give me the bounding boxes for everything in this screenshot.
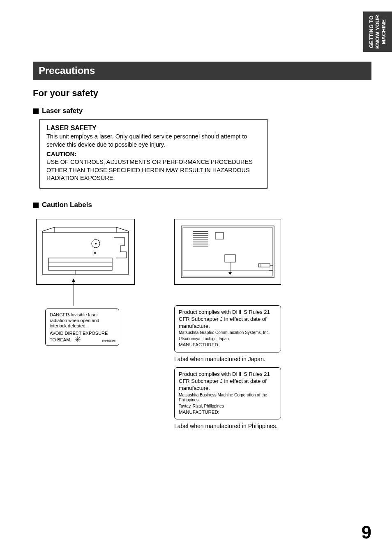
side-tab-line2: KNOW YOUR	[374, 15, 380, 48]
svg-rect-30	[258, 264, 270, 267]
side-tab: GETTING TO KNOW YOUR MACHINE	[363, 12, 392, 52]
svg-point-9	[94, 252, 96, 254]
safety-box-title: LASER SAFETY	[46, 124, 261, 132]
compliance-label-philippines: Product complies with DHHS Rules 21 CFR …	[174, 367, 281, 420]
svg-marker-29	[228, 272, 232, 275]
svg-rect-26	[215, 233, 224, 239]
section-title-bar: Precautions	[33, 62, 371, 80]
caution-labels-row: Caution Labels	[33, 198, 371, 213]
compliance-ph-mfr: Matsushita Business Machine Corporation …	[179, 393, 277, 403]
compliance-japan-text: Product complies with DHHS Rules 21 CFR …	[179, 309, 277, 330]
compliance-ph-text: Product complies with DHHS Rules 21 CFR …	[179, 371, 277, 392]
laser-safety-box: LASER SAFETY This unit employs a laser. …	[39, 119, 267, 189]
caution-title: CAUTION:	[46, 150, 261, 157]
svg-rect-0	[40, 223, 131, 281]
side-tab-line1: GETTING TO	[368, 15, 374, 48]
laser-safety-heading: Laser safety	[42, 107, 83, 115]
section-title: Precautions	[39, 65, 95, 76]
page: GETTING TO KNOW YOUR MACHINE Precautions…	[0, 0, 392, 555]
svg-rect-27	[225, 255, 235, 262]
caption-philippines: Label when manufactured in Philippines.	[174, 423, 294, 429]
figure-internal-diagram	[36, 219, 135, 285]
compliance-japan-mfr: Matsushita Graphic Communication Systems…	[179, 330, 277, 336]
side-tab-line3: MACHINE	[380, 19, 386, 44]
figure-bottom-diagram	[174, 219, 281, 285]
internal-diagram-svg	[38, 221, 133, 283]
caption-japan: Label when manufactured in Japan.	[174, 356, 294, 362]
danger-label-text1: DANGER-Invisible laser radiation when op…	[50, 312, 115, 329]
page-number: 9	[362, 522, 371, 543]
for-your-safety-heading: For your safety	[33, 88, 371, 99]
laser-safety-row: Laser safety	[33, 104, 371, 119]
right-column: Product complies with DHHS Rules 21 CFR …	[171, 219, 294, 430]
danger-label-micro: FFPTE3479	[102, 340, 115, 343]
side-tab-text: GETTING TO KNOW YOUR MACHINE	[369, 15, 387, 48]
columns: DANGER-Invisible laser radiation when op…	[33, 219, 371, 430]
compliance-japan-made: MANUFACTURED:	[179, 342, 277, 348]
safety-box-text: This unit employs a laser. Only qualifie…	[46, 133, 261, 149]
svg-point-4	[95, 243, 97, 244]
laser-burst-icon	[75, 336, 81, 342]
left-column: DANGER-Invisible laser radiation when op…	[33, 219, 140, 430]
danger-label-box: DANGER-Invisible laser radiation when op…	[45, 309, 119, 346]
compliance-label-japan: Product complies with DHHS Rules 21 CFR …	[174, 305, 281, 352]
compliance-ph-loc: Taytay, Rizal, Philippines	[179, 404, 277, 409]
caution-labels-heading: Caution Labels	[42, 201, 92, 209]
compliance-japan-loc: Utsunomiya, Tochigi, Japan	[179, 336, 277, 342]
square-bullet-icon	[33, 203, 39, 208]
arrow-down-icon	[74, 281, 74, 306]
compliance-ph-made: MANUFACTURED:	[179, 409, 277, 415]
svg-rect-17	[183, 228, 272, 276]
bottom-diagram-svg	[176, 221, 279, 283]
square-bullet-icon	[33, 108, 39, 114]
svg-rect-5	[48, 258, 112, 270]
caution-text: USE OF CONTROLS, ADJUSTMENTS OR PERFORMA…	[46, 158, 261, 182]
